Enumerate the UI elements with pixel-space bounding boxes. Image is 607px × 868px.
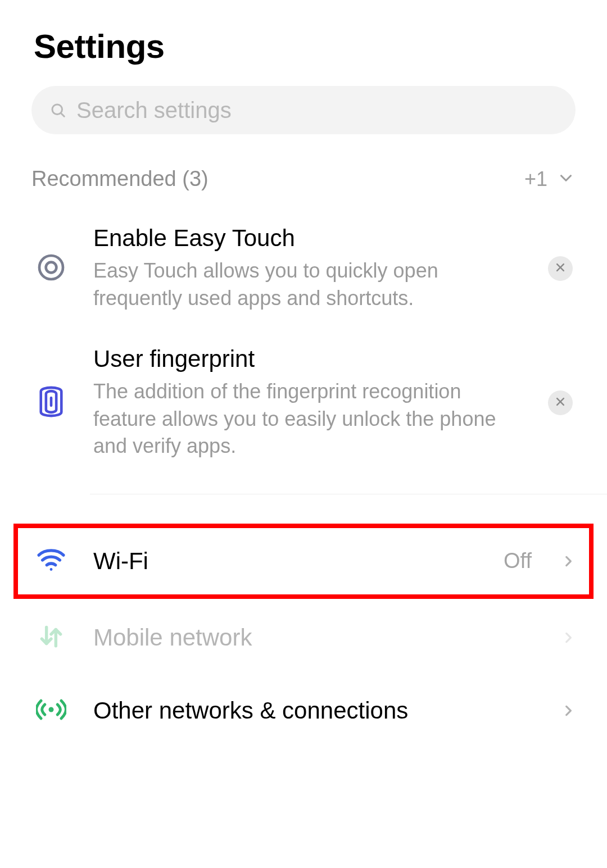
svg-point-3 [46,262,57,272]
page-title: Settings [0,0,607,86]
fingerprint-icon [35,384,67,422]
chevron-down-icon [556,169,576,190]
chevron-right-icon [561,554,576,569]
search-placeholder: Search settings [76,98,232,123]
setting-row-wifi[interactable]: Wi-Fi Off [15,525,592,598]
recommended-label: Recommended (3) [31,167,524,191]
recommended-item-fingerprint[interactable]: User fingerprint The addition of the fin… [0,329,607,477]
dismiss-button[interactable] [548,256,573,281]
svg-point-10 [49,707,54,712]
search-input[interactable]: Search settings [31,86,576,134]
recommended-item-title: Enable Easy Touch [93,225,523,252]
close-icon [555,262,566,275]
recommended-item-easy-touch[interactable]: Enable Easy Touch Easy Touch allows you … [0,208,607,329]
hotspot-icon [36,694,66,727]
svg-line-1 [61,113,64,116]
recommended-item-desc: The addition of the fingerprint recognit… [93,378,523,460]
dismiss-button[interactable] [548,390,573,415]
recommended-item-title: User fingerprint [93,346,523,372]
chevron-right-icon [561,703,576,718]
svg-point-2 [39,256,63,279]
setting-label: Other networks & connections [93,697,538,724]
recommended-extra-count: +1 [524,167,547,191]
easy-touch-icon [35,252,67,285]
recommended-item-desc: Easy Touch allows you to quickly open fr… [93,257,523,312]
setting-row-other-networks[interactable]: Other networks & connections [0,674,607,747]
mobile-network-icon [37,622,65,653]
svg-point-9 [50,568,53,571]
setting-row-mobile-network[interactable]: Mobile network [0,601,607,674]
divider [90,494,607,494]
close-icon [555,396,566,410]
recommended-header[interactable]: Recommended (3) +1 [0,157,607,208]
setting-label: Mobile network [93,624,538,651]
setting-value: Off [504,549,532,573]
chevron-right-icon [561,630,576,645]
search-icon [49,102,66,119]
wifi-icon [36,548,66,575]
setting-label: Wi-Fi [93,548,481,575]
